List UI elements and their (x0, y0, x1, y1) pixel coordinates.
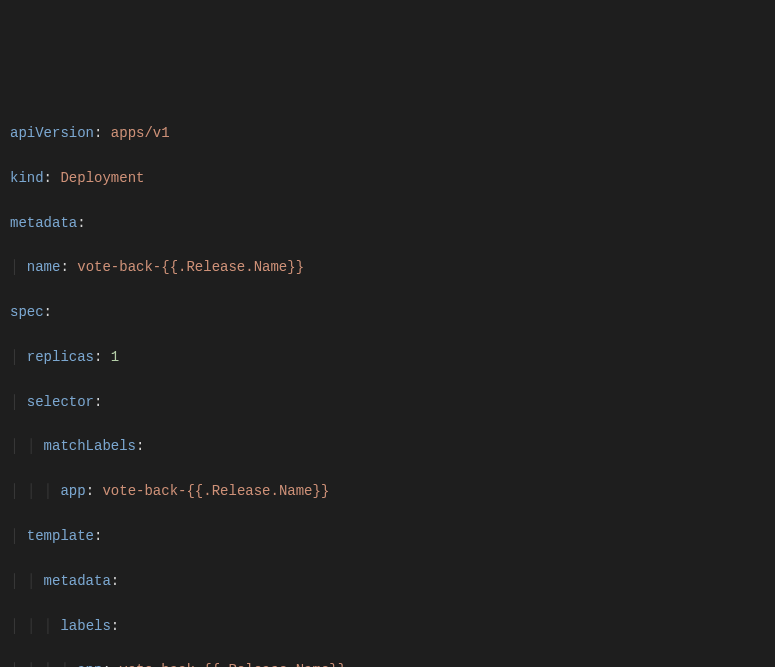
code-line: spec: (10, 301, 765, 323)
yaml-key: metadata (10, 215, 77, 231)
code-line: │ replicas: 1 (10, 346, 765, 368)
yaml-value: apps/v1 (111, 125, 170, 141)
yaml-key: name (27, 259, 61, 275)
code-line: │ │ │ │ app: vote-back-{{.Release.Name}} (10, 659, 765, 667)
code-line: │ selector: (10, 391, 765, 413)
yaml-key: labels (60, 618, 110, 634)
yaml-key: spec (10, 304, 44, 320)
code-line: apiVersion: apps/v1 (10, 122, 765, 144)
yaml-key: apiVersion (10, 125, 94, 141)
yaml-key: kind (10, 170, 44, 186)
yaml-key: app (77, 662, 102, 667)
yaml-value: vote-back-{{.Release.Name}} (77, 259, 304, 275)
code-line: │ │ │ labels: (10, 615, 765, 637)
yaml-key: template (27, 528, 94, 544)
yaml-key: replicas (27, 349, 94, 365)
yaml-key: metadata (44, 573, 111, 589)
code-line: │ │ matchLabels: (10, 435, 765, 457)
yaml-key: selector (27, 394, 94, 410)
code-line: metadata: (10, 212, 765, 234)
yaml-value: vote-back-{{.Release.Name}} (102, 483, 329, 499)
code-line: │ name: vote-back-{{.Release.Name}} (10, 256, 765, 278)
code-line: │ │ metadata: (10, 570, 765, 592)
yaml-value: Deployment (60, 170, 144, 186)
code-line: │ │ │ app: vote-back-{{.Release.Name}} (10, 480, 765, 502)
yaml-value: 1 (111, 349, 119, 365)
yaml-key: app (60, 483, 85, 499)
yaml-key: matchLabels (44, 438, 136, 454)
yaml-value: vote-back-{{.Release.Name}} (119, 662, 346, 667)
yaml-code-block[interactable]: apiVersion: apps/v1 kind: Deployment met… (10, 100, 765, 667)
code-line: kind: Deployment (10, 167, 765, 189)
code-line: │ template: (10, 525, 765, 547)
